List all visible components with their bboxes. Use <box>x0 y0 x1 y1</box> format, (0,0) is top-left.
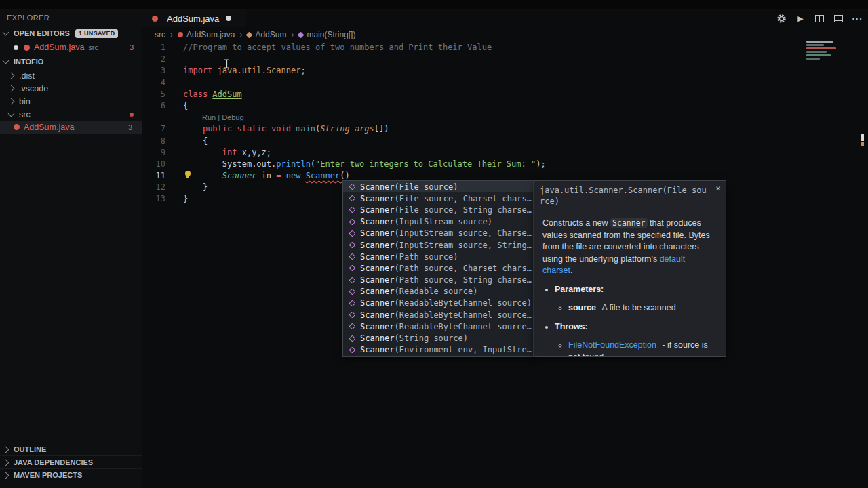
tab-label: AddSum.java <box>167 14 219 24</box>
file-tree: .dist.vscodebinsrcAddSum.java3 <box>0 69 142 134</box>
code-token: java.util.Scanner <box>218 66 301 75</box>
suggest-label: Scanner(Path source, String charse… <box>360 275 532 285</box>
tree-item[interactable]: AddSum.java3 <box>0 121 142 134</box>
exception-link[interactable]: FileNotFoundException <box>568 340 656 350</box>
line-number: 1 <box>142 42 178 54</box>
quickfix-lightbulb-icon[interactable] <box>184 171 192 179</box>
suggest-item[interactable]: Scanner(ReadableByteChannel source… <box>343 309 533 321</box>
code-line: 2 <box>142 54 859 65</box>
throws-label: Throws: <box>555 322 588 331</box>
sidebar-section-outline[interactable]: OUTLINE <box>0 443 142 455</box>
sidebar-section-maven-projects[interactable]: MAVEN PROJECTS <box>0 468 142 481</box>
tree-item-label: AddSum.java <box>24 123 74 132</box>
open-editor-item[interactable]: AddSum.java src 3 <box>0 41 142 54</box>
suggest-item[interactable]: Scanner(Readable source) <box>343 286 533 298</box>
constructor-icon <box>349 335 356 342</box>
suggest-item[interactable]: Scanner(File source, Charset chars… <box>343 192 533 204</box>
suggest-label: Scanner(String source) <box>360 333 468 343</box>
code-token: main <box>296 124 315 134</box>
editor-actions: ▶ ··· <box>776 9 863 27</box>
code-line: 6{ <box>142 100 859 112</box>
line-content: class AddSum <box>183 89 242 100</box>
suggest-item[interactable]: Scanner(Environment env, InputStre… <box>343 344 533 356</box>
code-token: Scanner <box>306 171 340 180</box>
suggest-docs-panel: java.util.Scanner.Scanner(File source) ×… <box>534 180 726 357</box>
suggest-item[interactable]: Scanner(ReadableByteChannel source) <box>343 298 533 309</box>
line-content: { <box>183 100 188 112</box>
suggest-item[interactable]: Scanner(InputStream source, String… <box>343 239 533 251</box>
code-token: System.out. <box>183 159 276 169</box>
code-token <box>183 124 203 134</box>
line-number: 3 <box>142 65 178 77</box>
code-token: ; <box>300 66 305 75</box>
code-line: 5class AddSum <box>142 89 859 100</box>
java-file-icon <box>152 16 158 22</box>
doc-throws-item: FileNotFoundException - if source is not… <box>568 340 717 357</box>
workspace-label: INTOFIO <box>14 58 43 66</box>
doc-header: java.util.Scanner.Scanner(File source) × <box>534 181 726 211</box>
codelens-run-debug[interactable]: Run | Debug <box>202 113 244 121</box>
tree-item[interactable]: .vscode <box>0 82 142 95</box>
tree-item[interactable]: src <box>0 108 142 121</box>
code-line: 1//Program to accept values of two numbe… <box>142 42 859 54</box>
more-actions-icon[interactable]: ··· <box>852 14 863 24</box>
tab-addsum-java[interactable]: AddSum.java <box>142 9 246 27</box>
open-editors-header[interactable]: OPEN EDITORS 1 UNSAVED <box>0 26 142 41</box>
breadcrumb-item[interactable]: AddSum <box>247 30 286 39</box>
chevron-right-icon <box>8 73 15 79</box>
breadcrumb-item[interactable]: src <box>155 30 165 39</box>
suggest-item[interactable]: Scanner(Path source) <box>343 251 533 262</box>
suggest-item[interactable]: Scanner(ReadableByteChannel source… <box>343 321 533 332</box>
suggest-label: Scanner(File source, String charse… <box>360 205 532 215</box>
constructor-icon <box>349 218 356 225</box>
tree-item[interactable]: bin <box>0 95 142 108</box>
code-token: import <box>183 66 218 75</box>
code-token: []) <box>374 124 389 134</box>
overview-ruler-marker <box>861 142 864 146</box>
close-icon[interactable]: × <box>715 183 721 194</box>
run-icon[interactable]: ▶ <box>795 14 806 24</box>
line-content: } <box>183 193 188 205</box>
doc-throws-section: Throws: FileNotFoundException - if sourc… <box>555 321 717 357</box>
section-label: MAVEN PROJECTS <box>14 471 82 479</box>
settings-gear-icon[interactable] <box>776 14 787 24</box>
constructor-icon <box>349 242 356 249</box>
dirty-dot-icon[interactable] <box>14 45 18 50</box>
problems-count: 3 <box>130 43 135 52</box>
breadcrumb: src›AddSum.java›AddSum›main(String[]) <box>142 27 868 42</box>
breadcrumb-separator: › <box>239 30 242 39</box>
section-label: JAVA DEPENDENCIES <box>14 458 93 466</box>
constructor-icon <box>349 265 356 272</box>
breadcrumb-item[interactable]: main(String[]) <box>298 30 355 39</box>
layout-icon[interactable] <box>833 14 844 24</box>
suggest-item[interactable]: Scanner(File source) <box>343 181 533 192</box>
line-number: 10 <box>142 159 178 170</box>
suggest-item[interactable]: Scanner(InputStream source) <box>343 216 533 228</box>
minimap[interactable] <box>804 39 843 62</box>
chevron-right-icon <box>8 98 15 105</box>
class-symbol-icon <box>246 31 253 38</box>
code-token: x,y,z; <box>237 148 271 157</box>
suggest-label: Scanner(Environment env, InputStre… <box>360 345 532 354</box>
doc-body: Constructs a new Scanner that produces v… <box>534 211 726 357</box>
doc-signature: java.util.Scanner.Scanner(File source) <box>540 186 707 206</box>
line-content: System.out.println("Enter two integers t… <box>183 159 546 170</box>
tree-item[interactable]: .dist <box>0 69 142 82</box>
unsaved-dot-icon[interactable] <box>226 16 231 21</box>
suggest-item[interactable]: Scanner(String source) <box>343 332 533 344</box>
code-token: = <box>276 171 281 180</box>
text-cursor-pointer <box>224 59 230 70</box>
sidebar-section-java-dependencies[interactable]: JAVA DEPENDENCIES <box>0 455 142 468</box>
suggest-item[interactable]: Scanner(Path source, Charset chars… <box>343 262 533 274</box>
suggest-item[interactable]: Scanner(File source, String charse… <box>343 204 533 216</box>
suggest-label: Scanner(Path source, Charset chars… <box>360 264 532 273</box>
breadcrumb-item[interactable]: AddSum.java <box>178 30 235 39</box>
tree-item-label: .vscode <box>19 84 48 94</box>
suggest-item[interactable]: Scanner(Path source, String charse… <box>343 274 533 286</box>
code-line: 3import java.util.Scanner; <box>142 65 859 77</box>
constructor-icon <box>349 195 356 202</box>
suggest-item[interactable]: Scanner(InputStream source, Charse… <box>343 228 533 239</box>
workspace-header[interactable]: INTOFIO <box>0 54 142 69</box>
tab-bar: AddSum.java ▶ ··· <box>142 9 868 27</box>
split-editor-icon[interactable] <box>814 14 825 24</box>
